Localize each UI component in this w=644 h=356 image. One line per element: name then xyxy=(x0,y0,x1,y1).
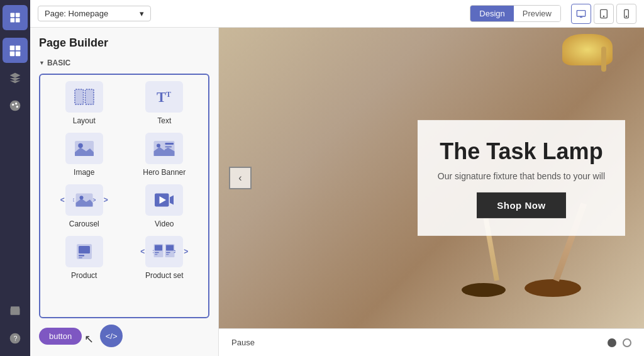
svg-point-28 xyxy=(157,144,160,148)
svg-text:<: < xyxy=(153,248,154,255)
design-tab[interactable]: Design xyxy=(470,6,513,21)
hero-canvas: ‹ The Task Lamp Our signature fixture th… xyxy=(219,28,644,328)
svg-point-11 xyxy=(16,106,18,108)
widget-product[interactable]: Product xyxy=(47,236,122,280)
svg-text:>: > xyxy=(92,197,96,203)
section-label: BASIC xyxy=(39,58,209,67)
svg-rect-30 xyxy=(165,146,172,147)
bottom-buttons: button ↖ </> xyxy=(39,325,209,347)
logo-button[interactable] xyxy=(3,5,28,30)
widget-carousel[interactable]: < > Carousel xyxy=(47,184,122,228)
page-selector-label: Page: Homepage xyxy=(45,9,108,18)
carousel-prev-btn[interactable]: ‹ xyxy=(229,167,252,189)
product-set-icon: < > xyxy=(145,236,183,267)
carousel-dots xyxy=(608,338,631,347)
widget-hero-banner[interactable]: Hero Banner xyxy=(127,133,203,177)
sidebar-icon-pages[interactable] xyxy=(3,38,28,63)
svg-point-10 xyxy=(15,103,17,104)
viewport-controls xyxy=(571,4,636,24)
sidebar-icon-strip: ? xyxy=(0,0,30,356)
svg-rect-7 xyxy=(16,52,21,57)
preview-tab[interactable]: Preview xyxy=(514,6,560,21)
svg-rect-6 xyxy=(10,52,15,57)
svg-rect-31 xyxy=(165,149,170,150)
carousel-footer: Pause xyxy=(219,328,644,356)
image-label: Image xyxy=(74,168,94,177)
hero-banner-label: Hero Banner xyxy=(143,168,186,177)
sidebar-icon-store[interactable] xyxy=(3,298,28,323)
svg-text:<: < xyxy=(73,197,74,203)
layout-label: Layout xyxy=(73,116,96,125)
text-icon: T T xyxy=(145,81,183,113)
widget-grid-container: Layout T T Text xyxy=(39,74,209,318)
svg-point-20 xyxy=(626,16,626,16)
sidebar-icon-help[interactable]: ? xyxy=(3,326,28,351)
svg-text:T: T xyxy=(157,89,166,105)
widget-product-set[interactable]: < > Product set xyxy=(127,236,203,280)
shop-now-btn[interactable]: Shop Now xyxy=(477,192,565,218)
svg-point-8 xyxy=(10,101,21,111)
top-bar: Page: Homepage ▾ Design Preview xyxy=(30,0,644,28)
cursor-icon: ↖ xyxy=(84,332,94,346)
svg-rect-4 xyxy=(10,46,15,51)
code-widget-btn[interactable]: </> xyxy=(100,325,123,347)
text-label: Text xyxy=(157,116,171,125)
pause-btn[interactable]: Pause xyxy=(231,338,255,347)
desktop-viewport-btn[interactable] xyxy=(571,4,591,24)
svg-rect-47 xyxy=(166,245,174,251)
sidebar-icon-palette[interactable] xyxy=(3,93,28,118)
carousel-dot-1[interactable] xyxy=(608,338,616,347)
hero-title: The Task Lamp xyxy=(438,138,605,165)
hero-banner-icon xyxy=(145,133,183,164)
svg-text:T: T xyxy=(166,90,171,99)
product-label: Product xyxy=(71,271,97,280)
svg-point-18 xyxy=(603,16,604,16)
svg-text:>: > xyxy=(174,248,175,255)
widget-text[interactable]: T T Text xyxy=(127,81,203,125)
svg-rect-22 xyxy=(85,89,94,104)
hero-subtitle: Our signature fixture that bends to your… xyxy=(438,171,605,181)
design-preview-toggle: Design Preview xyxy=(470,5,561,22)
button-widget-btn[interactable]: button xyxy=(39,328,82,345)
tablet-viewport-btn[interactable] xyxy=(594,4,614,24)
builder-panel: Page Builder BASIC Layout xyxy=(30,28,219,356)
main-panel: Page: Homepage ▾ Design Preview Page Bui… xyxy=(30,0,644,356)
video-icon xyxy=(145,184,183,216)
carousel-label: Carousel xyxy=(69,220,99,228)
svg-rect-0 xyxy=(11,13,15,18)
product-set-label: Product set xyxy=(145,271,184,280)
carousel-dot-2[interactable] xyxy=(623,338,631,347)
svg-rect-2 xyxy=(11,18,15,23)
svg-rect-3 xyxy=(16,18,20,23)
video-label: Video xyxy=(155,220,174,228)
svg-rect-40 xyxy=(79,255,84,256)
svg-rect-1 xyxy=(16,13,20,18)
svg-rect-39 xyxy=(79,246,90,253)
hero-image: ‹ The Task Lamp Our signature fixture th… xyxy=(219,28,644,328)
widget-grid: Layout T T Text xyxy=(47,81,202,280)
svg-rect-14 xyxy=(577,10,585,16)
svg-rect-44 xyxy=(155,252,159,253)
content-area: Page Builder BASIC Layout xyxy=(30,28,644,356)
svg-rect-49 xyxy=(166,254,169,255)
layout-icon xyxy=(65,81,103,113)
svg-rect-43 xyxy=(155,245,162,251)
image-icon xyxy=(65,133,103,164)
svg-rect-5 xyxy=(16,46,21,51)
product-icon xyxy=(65,236,103,267)
svg-rect-21 xyxy=(75,89,84,104)
mobile-viewport-btn[interactable] xyxy=(616,4,636,24)
svg-rect-45 xyxy=(155,254,158,255)
svg-rect-48 xyxy=(166,252,170,253)
widget-layout[interactable]: Layout xyxy=(47,81,122,125)
svg-rect-29 xyxy=(165,143,174,145)
svg-point-26 xyxy=(78,143,83,148)
widget-video[interactable]: Video xyxy=(127,184,203,228)
carousel-icon: < > xyxy=(65,184,103,216)
widget-image[interactable]: Image xyxy=(47,133,122,177)
preview-area: ‹ The Task Lamp Our signature fixture th… xyxy=(219,28,644,356)
page-selector[interactable]: Page: Homepage ▾ xyxy=(38,6,151,21)
svg-point-9 xyxy=(12,104,14,106)
sidebar-icon-layers[interactable] xyxy=(3,65,28,91)
hero-text-overlay: The Task Lamp Our signature fixture that… xyxy=(418,120,625,236)
